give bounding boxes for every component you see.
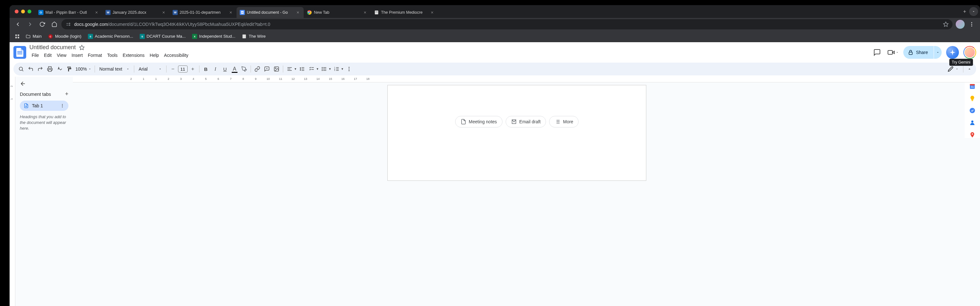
vertical-ruler: 2 1	[10, 77, 15, 153]
svg-rect-25	[375, 12, 378, 13]
menu-view[interactable]: View	[55, 51, 69, 59]
menu-format[interactable]: Format	[86, 51, 104, 59]
search-menus-button[interactable]	[17, 65, 25, 73]
decrease-fontsize-button[interactable]	[169, 65, 177, 73]
window-minimize-button[interactable]	[21, 10, 25, 13]
browser-tab-strip: OMail - Pippin Barr - OutlWJanuary 2025.…	[10, 5, 490, 18]
svg-text:3: 3	[334, 69, 335, 71]
outline-collapse-button[interactable]	[20, 81, 27, 87]
paint-format-button[interactable]	[65, 65, 73, 73]
docs-header: Untitled document FileEditViewInsertForm…	[10, 42, 490, 62]
text-color-button[interactable]: A	[230, 65, 239, 73]
nav-forward-button[interactable]	[25, 19, 35, 29]
nav-back-button[interactable]	[13, 19, 23, 29]
print-button[interactable]	[45, 65, 54, 73]
browser-toolbar: docs.google.com/document/d/1LCODYlkTwq3O…	[10, 18, 490, 31]
numbered-list-button[interactable]: 123	[332, 65, 341, 73]
bookmark-label: DCART Course Ma...	[147, 34, 186, 39]
menu-accessibility[interactable]: Accessibility	[162, 51, 191, 59]
redo-button[interactable]	[36, 65, 45, 73]
bold-button[interactable]: B	[201, 65, 210, 73]
bookmark-item[interactable]: XIndependent Stud...	[189, 33, 238, 40]
svg-point-32	[69, 23, 70, 24]
tab-close-button[interactable]	[363, 10, 368, 15]
tab-title: 2025-01-31-departmen	[180, 10, 226, 15]
window-close-button[interactable]	[15, 10, 19, 13]
svg-text:W: W	[107, 11, 110, 14]
underline-button[interactable]: U	[221, 65, 229, 73]
increase-fontsize-button[interactable]	[188, 65, 197, 73]
svg-point-77	[322, 67, 323, 68]
bookmark-item[interactable]: The Wire	[239, 33, 268, 40]
align-button[interactable]	[285, 65, 294, 73]
menu-help[interactable]: Help	[147, 51, 161, 59]
zoom-select[interactable]: 100%	[74, 67, 93, 71]
bookmark-item[interactable]: Main	[23, 33, 44, 40]
browser-tab[interactable]: OMail - Pippin Barr - Outl	[35, 7, 102, 18]
document-page[interactable]: Meeting notes Email draft More	[387, 85, 490, 153]
tab-close-button[interactable]	[295, 10, 301, 15]
bookmark-item[interactable]: CMoodle (login)	[45, 33, 84, 40]
tab-close-button[interactable]	[228, 10, 233, 15]
svg-rect-50	[243, 35, 246, 38]
insert-comment-button[interactable]	[262, 65, 271, 73]
insert-link-button[interactable]	[253, 65, 262, 73]
tab-title: The Premium Mediocre	[381, 10, 428, 15]
menu-edit[interactable]: Edit	[42, 51, 54, 59]
menu-tools[interactable]: Tools	[105, 51, 120, 59]
tab-favicon: W	[105, 10, 111, 15]
star-document-button[interactable]	[79, 45, 85, 51]
undo-button[interactable]	[26, 65, 35, 73]
bookmark-label: The Wire	[249, 34, 266, 39]
outline-add-tab-button[interactable]: +	[65, 91, 68, 97]
bookmark-item[interactable]: SAcademic Personn...	[85, 33, 136, 40]
menu-insert[interactable]: Insert	[69, 51, 85, 59]
outline-hint-text: Headings that you add to the document wi…	[20, 114, 68, 132]
nav-home-button[interactable]	[49, 19, 59, 29]
tab-close-button[interactable]	[94, 10, 99, 15]
site-info-icon[interactable]	[65, 21, 71, 27]
menu-file[interactable]: File	[29, 51, 41, 59]
horizontal-ruler[interactable]: 21123456789101112131415161718	[73, 77, 490, 82]
docs-menubar: FileEditViewInsertFormatToolsExtensionsH…	[29, 51, 191, 59]
address-bar[interactable]: docs.google.com/document/d/1LCODYlkTwq3O…	[61, 19, 490, 29]
svg-text:W: W	[174, 11, 177, 14]
apps-button[interactable]	[13, 32, 22, 41]
tab-close-button[interactable]	[161, 10, 166, 15]
nav-reload-button[interactable]	[37, 19, 47, 29]
insert-image-button[interactable]	[272, 65, 281, 73]
browser-tab[interactable]: The Premium Mediocre	[371, 7, 438, 18]
docs-home-button[interactable]	[13, 46, 26, 59]
tab-favicon	[240, 10, 245, 15]
menu-extensions[interactable]: Extensions	[121, 51, 147, 59]
svg-rect-57	[49, 70, 51, 71]
outline-tab-item[interactable]: Tab 1	[20, 101, 68, 111]
meeting-notes-chip[interactable]: Meeting notes	[455, 116, 490, 127]
bookmark-icon: C	[48, 34, 53, 39]
tab-close-button[interactable]	[430, 10, 435, 15]
highlight-color-button[interactable]	[240, 65, 249, 73]
bookmark-icon: S	[140, 34, 145, 39]
line-spacing-button[interactable]	[298, 65, 307, 73]
italic-button[interactable]: I	[211, 65, 220, 73]
browser-tab[interactable]: WJanuary 2025.docx	[102, 7, 169, 18]
svg-rect-24	[375, 11, 378, 12]
docs-toolbar: 100% Normal text Arial 11 B I U A ▼ ▼ ▼ …	[13, 63, 490, 75]
browser-tab[interactable]: New Tab	[304, 7, 371, 18]
fontsize-input[interactable]: 11	[178, 65, 188, 73]
svg-point-100	[62, 105, 63, 106]
outline-tab-menu-button[interactable]	[60, 103, 65, 108]
browser-tab[interactable]: Untitled document - Go	[237, 7, 304, 18]
document-outline-panel: Document tabs + Tab 1 Headings that you …	[15, 77, 73, 153]
bookmark-label: Moodle (login)	[55, 34, 81, 39]
font-select[interactable]: Arial	[136, 67, 164, 71]
more-tools-button[interactable]	[345, 65, 353, 73]
bookmark-item[interactable]: SDCART Course Ma...	[137, 33, 188, 40]
browser-tab[interactable]: W2025-01-31-departmen	[169, 7, 237, 18]
paragraph-style-select[interactable]: Normal text	[97, 67, 132, 71]
document-title[interactable]: Untitled document	[29, 44, 76, 51]
window-maximize-button[interactable]	[27, 10, 31, 13]
checklist-button[interactable]	[307, 65, 316, 73]
bulleted-list-button[interactable]	[320, 65, 329, 73]
spellcheck-button[interactable]	[55, 65, 64, 73]
